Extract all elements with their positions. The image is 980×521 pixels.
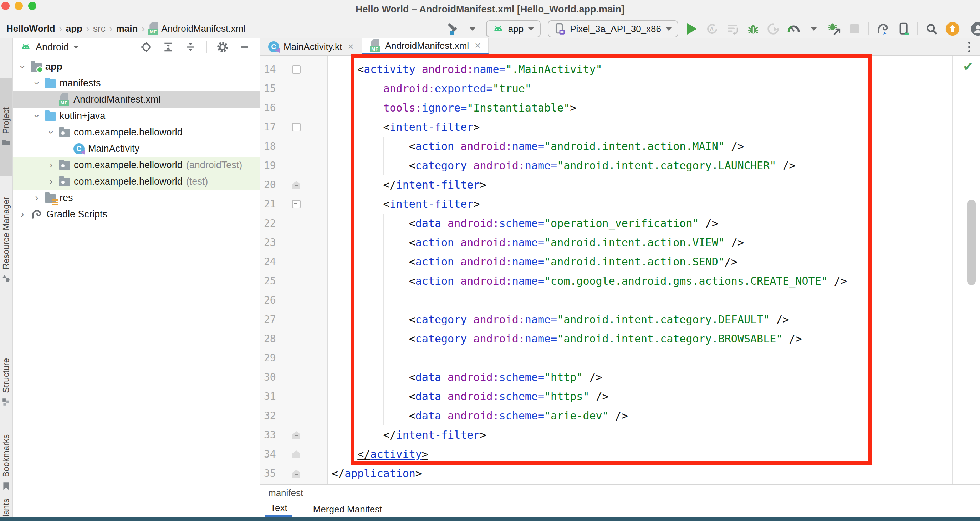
profiler-options-caret-button[interactable] [807,21,820,37]
code-line-33[interactable]: </intent-filter> [332,426,486,445]
inspection-ok-icon[interactable]: ✔ [963,59,974,74]
fold-region-end-icon[interactable] [292,445,301,464]
tree-item-com-exampele-helloworld-test-[interactable]: ›com.exampele.helloworld (test) [13,173,259,190]
chevron-down-icon [469,27,476,31]
attach-debugger-button[interactable] [827,21,841,37]
profile-icon [767,22,780,35]
chevron-expanded-icon[interactable]: › [32,78,42,88]
settings-gear-button[interactable] [216,41,229,54]
run-configuration-selector[interactable]: app [486,20,541,37]
manifest-tab-text[interactable]: Text [265,501,293,518]
chevron-expanded-icon[interactable]: › [46,127,56,137]
stop-button[interactable] [848,21,861,37]
locate-button[interactable] [140,41,153,54]
code-line-15[interactable]: android:exported="true" [332,79,531,98]
stripe-button-project[interactable]: Project [0,78,12,176]
code-token: name [525,313,550,326]
run-button[interactable] [686,21,698,37]
breadcrumb-item-app[interactable]: app [66,23,83,34]
breadcrumb-item-main[interactable]: main [116,23,138,34]
chevron-collapsed-icon[interactable]: › [32,193,41,203]
fold-region-end-icon[interactable] [292,426,301,445]
code-line-28[interactable]: <category android:name="android.intent.c… [332,329,802,348]
code-editor[interactable]: 14<activity android:name=".MainActivity"… [260,56,980,484]
editor-scrollbar-thumb[interactable] [967,200,976,285]
code-line-20[interactable]: </intent-filter> [332,175,486,195]
chevron-expanded-icon[interactable]: › [18,62,27,71]
expand-all-button[interactable] [162,41,175,54]
code-line-25[interactable]: <action android:name="com.google.android… [332,272,847,291]
tree-item-com-exampele-helloworld-androidtest-[interactable]: ›com.exampele.helloworld (androidTest) [13,157,259,173]
collapse-all-button[interactable] [184,41,197,54]
upgrade-assistant-button[interactable] [945,21,960,37]
code-line-22[interactable]: <data android:scheme="operation_verifica… [332,214,718,233]
code-line-30[interactable]: <data android:scheme="http" /> [332,368,602,387]
code-line-32[interactable]: <data android:scheme="arie-dev" /> [332,406,628,426]
rerun-applied-changes-button[interactable]: A [705,21,719,37]
code-line-23[interactable]: <action android:name="android.intent.act… [332,233,744,252]
profiler-gauge-button[interactable] [787,21,800,37]
close-tab-icon[interactable]: × [348,41,353,52]
build-project-button[interactable] [445,21,459,37]
breadcrumb-item-helloworld[interactable]: HelloWorld [6,23,55,34]
close-tab-icon[interactable]: × [475,40,480,51]
fold-region-open-icon[interactable] [292,195,301,214]
chevron-collapsed-icon[interactable]: › [18,210,27,219]
editor-options-kebab-icon[interactable] [963,39,976,55]
fold-region-open-icon[interactable] [292,118,301,137]
sync-gradle-button[interactable] [876,21,890,37]
chevron-expanded-icon[interactable]: › [32,111,42,121]
code-line-34[interactable]: </activity> [332,445,428,464]
code-token: < [409,410,415,422]
tree-item-suffix: (androidTest) [186,160,242,171]
line-number: 32 [264,406,289,426]
code-line-17[interactable]: <intent-filter> [332,118,480,137]
code-token: < [409,159,415,172]
tree-item-mainactivity[interactable]: ›CMainActivity [13,140,259,157]
manifest-breadcrumb[interactable]: manifest [268,488,303,499]
fold-region-end-icon[interactable] [292,175,301,195]
debug-button[interactable] [747,21,760,37]
hide-panel-button[interactable] [238,41,251,54]
apply-code-changes-button[interactable] [726,21,740,37]
search-everywhere-button[interactable] [925,21,938,37]
stripe-button-resource-manager[interactable]: Resource Manager [0,188,12,292]
stripe-button-bookmarks[interactable]: Bookmarks [0,427,12,498]
fold-region-end-icon[interactable] [292,464,301,483]
chevron-collapsed-icon[interactable]: › [46,160,56,170]
device-manager-button[interactable] [897,21,910,37]
stripe-button-structure[interactable]: Structure [0,347,12,418]
tree-item-com-exampele-helloworld[interactable]: ›com.exampele.helloworld [13,124,259,140]
edge-avatar-button[interactable] [967,21,980,37]
tree-item-manifests[interactable]: ›manifests [13,75,259,91]
tree-item-gradle-scripts[interactable]: ›Gradle Scripts [13,206,259,222]
target-device-selector[interactable]: Pixel_3a_API_30_x86 [548,20,678,37]
tree-item-kotlin-java[interactable]: ›kotlin+java [13,108,259,124]
code-line-16[interactable]: tools:ignore="Instantiatable"> [332,98,576,118]
tree-item-app[interactable]: ›app [13,59,259,75]
code-line-19[interactable]: <category android:name="android.intent.c… [332,156,795,175]
collapse-all-icon [185,41,196,53]
fold-region-open-icon[interactable] [292,60,301,79]
code-token: = [499,63,506,76]
editor-tab-mainactivity-kt[interactable]: CMainActivity.kt× [260,38,362,55]
project-view-selector[interactable]: Android [36,42,69,53]
code-line-18[interactable]: <action android:name="android.intent.act… [332,137,744,156]
tree-item-res[interactable]: ›res [13,190,259,206]
editor-tab-androidmanifest-xml[interactable]: MFAndroidManifest.xml× [362,38,489,55]
profile-button[interactable] [767,21,780,37]
code-token [441,371,447,383]
tree-item-androidmanifest-xml[interactable]: ›MFAndroidManifest.xml [13,91,259,108]
chevron-collapsed-icon[interactable]: › [46,177,56,186]
code-line-24[interactable]: <action android:name="android.intent.act… [332,252,738,272]
breadcrumb-item-src[interactable]: src [93,23,105,34]
code-line-27[interactable]: <category android:name="android.intent.c… [332,310,789,329]
android-studio-window: Hello World – AndroidManifest.xml [Hello… [0,0,980,521]
code-line-21[interactable]: <intent-filter> [332,195,480,214]
breadcrumb-item-androidmanifest.xml[interactable]: AndroidManifest.xml [161,23,245,34]
code-line-35[interactable]: </application> [332,464,422,483]
build-options-button[interactable] [466,21,479,37]
manifest-tab-merged-manifest[interactable]: Merged Manifest [308,501,387,518]
code-line-31[interactable]: <data android:scheme="https" /> [332,387,609,406]
code-line-14[interactable]: <activity android:name=".MainActivity" [332,60,602,79]
